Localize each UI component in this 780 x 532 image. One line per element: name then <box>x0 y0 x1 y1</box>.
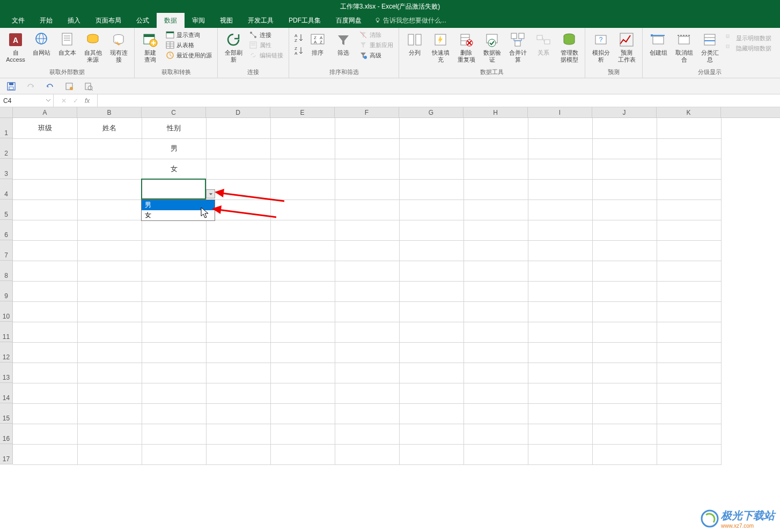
row-header-3[interactable]: 3 <box>0 159 13 179</box>
cell-C11[interactable] <box>142 322 206 342</box>
cell-B15[interactable] <box>77 403 142 424</box>
cell-C10[interactable] <box>142 301 206 322</box>
cell-F5[interactable] <box>335 200 399 220</box>
row-header-2[interactable]: 2 <box>0 138 13 159</box>
print-preview-button[interactable] <box>84 82 93 91</box>
cell-C13[interactable] <box>142 363 206 383</box>
cell-A17[interactable] <box>13 444 77 464</box>
undo-button[interactable] <box>45 82 55 91</box>
cell-K8[interactable] <box>657 261 721 281</box>
from-table-button[interactable]: 从表格 <box>164 40 214 50</box>
cell-H14[interactable] <box>463 383 528 403</box>
cell-K1[interactable] <box>657 118 721 138</box>
cell-E13[interactable] <box>270 363 335 383</box>
cell-H9[interactable] <box>463 281 528 301</box>
cell-E12[interactable] <box>270 342 335 363</box>
cell-B10[interactable] <box>77 301 142 322</box>
cell-C8[interactable] <box>142 261 206 281</box>
cell-B14[interactable] <box>77 383 142 403</box>
cell-B13[interactable] <box>77 363 142 383</box>
cell-F6[interactable] <box>335 220 399 240</box>
cell-H10[interactable] <box>463 301 528 322</box>
cell-E17[interactable] <box>270 444 335 464</box>
cell-J5[interactable] <box>592 200 657 220</box>
cell-A11[interactable] <box>13 322 77 342</box>
sort-button[interactable]: ZAAZ 排序 <box>305 30 330 56</box>
connections-button[interactable]: 连接 <box>247 30 285 40</box>
existing-conn-button[interactable]: 现有连接 <box>106 30 131 63</box>
cell-C6[interactable] <box>142 220 206 240</box>
tab-data[interactable]: 数据 <box>157 13 185 28</box>
cell-F9[interactable] <box>335 281 399 301</box>
flash-fill-button[interactable]: 快速填充 <box>428 30 453 63</box>
column-header-B[interactable]: B <box>77 107 142 117</box>
cell-J17[interactable] <box>592 444 657 464</box>
cell-F14[interactable] <box>335 383 399 403</box>
sort-desc-icon[interactable]: ZA <box>292 45 304 57</box>
select-all-corner[interactable] <box>0 107 13 117</box>
cell-G7[interactable] <box>399 240 463 261</box>
row-header-13[interactable]: 13 <box>0 363 13 383</box>
clear-filter-button[interactable]: 清除 <box>357 30 395 40</box>
from-access-button[interactable]: A 自 Access <box>3 30 28 63</box>
cell-F11[interactable] <box>335 322 399 342</box>
cell-K2[interactable] <box>657 138 721 159</box>
cell-H2[interactable] <box>463 138 528 159</box>
row-header-15[interactable]: 15 <box>0 403 13 424</box>
cell-I7[interactable] <box>528 240 592 261</box>
cell-J10[interactable] <box>592 301 657 322</box>
cell-H4[interactable] <box>463 179 528 200</box>
cancel-input-icon[interactable]: ✕ <box>61 97 67 105</box>
cell-K9[interactable] <box>657 281 721 301</box>
cell-H16[interactable] <box>463 424 528 444</box>
cell-K5[interactable] <box>657 200 721 220</box>
cell-F15[interactable] <box>335 403 399 424</box>
cell-H7[interactable] <box>463 240 528 261</box>
cell-G14[interactable] <box>399 383 463 403</box>
tab-baidu[interactable]: 百度网盘 <box>328 13 369 28</box>
subtotal-button[interactable]: 分类汇总 <box>697 30 722 63</box>
cell-A15[interactable] <box>13 403 77 424</box>
data-model-button[interactable]: 管理数 据模型 <box>557 30 582 63</box>
cell-I3[interactable] <box>528 159 592 179</box>
cell-J6[interactable] <box>592 220 657 240</box>
cell-K3[interactable] <box>657 159 721 179</box>
text-to-columns-button[interactable]: 分列 <box>402 30 427 56</box>
row-header-1[interactable]: 1 <box>0 118 13 138</box>
cell-D11[interactable] <box>206 322 270 342</box>
filter-button[interactable]: 筛选 <box>331 30 356 56</box>
cell-B16[interactable] <box>77 424 142 444</box>
redo-button[interactable] <box>26 82 35 91</box>
cell-G12[interactable] <box>399 342 463 363</box>
cell-D17[interactable] <box>206 444 270 464</box>
column-header-K[interactable]: K <box>657 107 721 117</box>
cell-J16[interactable] <box>592 424 657 444</box>
cell-J2[interactable] <box>592 138 657 159</box>
cell-D2[interactable] <box>206 138 270 159</box>
column-header-E[interactable]: E <box>270 107 335 117</box>
cell-K16[interactable] <box>657 424 721 444</box>
cell-A6[interactable] <box>13 220 77 240</box>
cell-G17[interactable] <box>399 444 463 464</box>
cell-H11[interactable] <box>463 322 528 342</box>
row-header-17[interactable]: 17 <box>0 444 13 464</box>
cell-C3[interactable]: 女 <box>142 159 206 179</box>
data-validation-button[interactable]: 数据验 证 <box>480 30 504 63</box>
row-header-9[interactable]: 9 <box>0 281 13 301</box>
cell-I13[interactable] <box>528 363 592 383</box>
cell-B2[interactable] <box>77 138 142 159</box>
cell-C2[interactable]: 男 <box>142 138 206 159</box>
cell-C16[interactable] <box>142 424 206 444</box>
column-header-H[interactable]: H <box>463 107 528 117</box>
cell-H3[interactable] <box>463 159 528 179</box>
tab-dev[interactable]: 开发工具 <box>240 13 281 28</box>
cell-G10[interactable] <box>399 301 463 322</box>
cell-D13[interactable] <box>206 363 270 383</box>
recent-sources-button[interactable]: 最近使用的源 <box>164 50 214 60</box>
column-header-J[interactable]: J <box>592 107 657 117</box>
data-validation-dropdown-button[interactable] <box>206 189 215 198</box>
cell-J14[interactable] <box>592 383 657 403</box>
cell-C4[interactable] <box>142 179 206 200</box>
forecast-sheet-button[interactable]: 预测 工作表 <box>614 30 639 63</box>
cell-J13[interactable] <box>592 363 657 383</box>
